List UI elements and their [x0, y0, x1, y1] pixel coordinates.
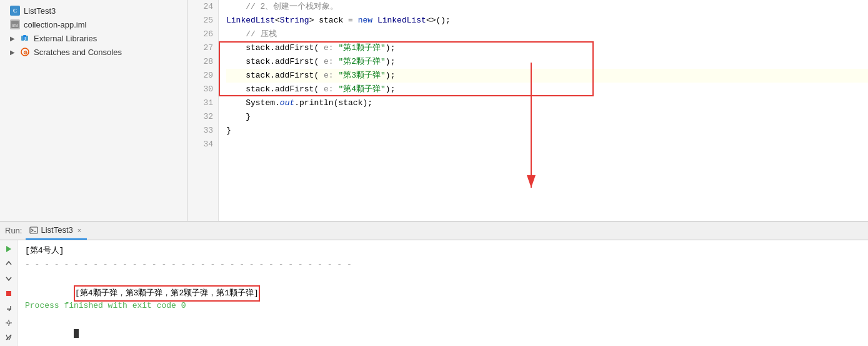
run-toolbar [0, 240, 17, 346]
output-line-success: Process finished with exit code 0 [25, 299, 861, 313]
code-line-33: } [226, 124, 868, 138]
output-line-dashed: - - - - - - - - - - - - - - - - - - - - … [25, 258, 861, 272]
run-pin-button[interactable] [2, 331, 16, 343]
code-line-27: stack.addFirst( e: "第1颗子弹"); [226, 41, 868, 55]
class-icon: C [10, 6, 20, 16]
sidebar-item-collection-iml[interactable]: iml collection-app.iml [0, 18, 187, 31]
run-play-button[interactable] [2, 243, 16, 255]
run-content: [第4号人] - - - - - - - - - - - - - - - - -… [0, 240, 868, 346]
line-numbers: 24 25 26 27 28 29 30 31 32 33 34 [187, 0, 219, 221]
code-line-32: } [226, 110, 868, 124]
sidebar: C ListTest3 iml collection-app.iml ▶ || … [0, 0, 187, 221]
run-tab-close[interactable]: × [76, 226, 83, 235]
output-line-cursor [25, 313, 861, 327]
code-line-29: stack.addFirst( e: "第3颗子弹"); [226, 69, 868, 83]
iml-icon: iml [10, 19, 20, 29]
sidebar-item-label: External Libraries [34, 34, 97, 43]
svg-point-14 [7, 322, 10, 324]
run-down-button[interactable] [2, 272, 16, 285]
svg-text:||: || [24, 36, 26, 40]
sidebar-item-scratches[interactable]: ▶ ⚙ Scratches and Consoles [0, 45, 187, 59]
code-line-30: stack.addFirst( e: "第4颗子弹"); [226, 83, 868, 96]
run-tab-listtest3[interactable]: ListTest3 × [26, 221, 87, 240]
arrow-icon: ▶ [10, 49, 16, 56]
arrow-icon: ▶ [10, 35, 16, 42]
sidebar-item-label: ListTest3 [24, 6, 56, 16]
code-line-34 [226, 138, 868, 151]
run-rerun-button[interactable] [2, 302, 16, 314]
svg-text:iml: iml [12, 23, 18, 28]
svg-text:⚙: ⚙ [23, 50, 27, 56]
run-output: [第4号人] - - - - - - - - - - - - - - - - -… [17, 240, 868, 346]
lib-icon: || [20, 33, 30, 43]
sidebar-item-label: collection-app.iml [24, 20, 86, 29]
scratch-icon: ⚙ [20, 47, 30, 57]
cursor [74, 329, 79, 338]
code-line-26: // 压栈 [226, 28, 868, 41]
run-tab-bar: Run: ListTest3 × [0, 221, 868, 240]
run-label: Run: [5, 226, 22, 235]
code-line-28: stack.addFirst( e: "第2颗子弹"); [226, 55, 868, 69]
code-area: // 2、创建一个栈对象。 LinkedList<String> stack =… [219, 0, 868, 221]
code-line-31: System.out.println(stack); [226, 96, 868, 110]
sidebar-item-label: Scratches and Consoles [34, 48, 122, 57]
sidebar-item-listtest3[interactable]: C ListTest3 [0, 4, 187, 18]
run-stop-button[interactable] [2, 287, 16, 300]
run-settings-button[interactable] [2, 317, 16, 329]
output-line-1: [第4号人] [25, 244, 861, 258]
svg-marker-12 [6, 246, 11, 252]
bottom-panel: Run: ListTest3 × [0, 221, 868, 346]
sidebar-item-external-libs[interactable]: ▶ || External Libraries [0, 31, 187, 45]
svg-rect-13 [6, 291, 11, 296]
editor: 24 25 26 27 28 29 30 31 32 33 34 [187, 0, 868, 221]
console-icon [29, 226, 38, 235]
output-line-result: [第4颗子弹，第3颗子弹，第2颗子弹，第1颗子弹] [25, 272, 861, 285]
run-up-button[interactable] [2, 258, 16, 270]
code-line-24: // 2、创建一个栈对象。 [226, 0, 868, 14]
code-line-25: LinkedList<String> stack = new LinkedLis… [226, 14, 868, 28]
run-tab-label: ListTest3 [41, 225, 72, 235]
